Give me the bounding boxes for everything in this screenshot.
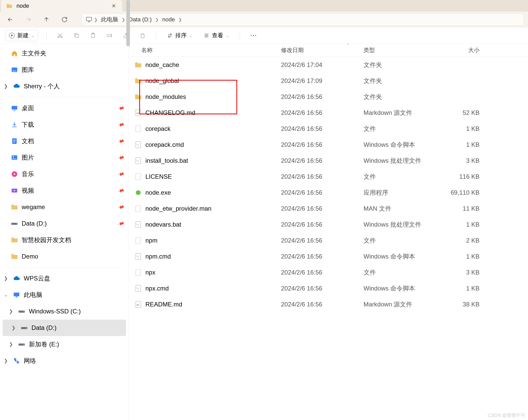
cut-button[interactable]	[55, 30, 65, 41]
back-button[interactable]	[4, 13, 16, 26]
address-bar[interactable]: ❯ 此电脑 ❯ Data (D:) ❯ node ❯	[81, 13, 524, 26]
new-button[interactable]: + 新建 ⌄	[5, 30, 38, 41]
column-date[interactable]: 修改日期	[281, 46, 364, 54]
tab-title: node	[16, 3, 29, 9]
file-icon	[135, 205, 142, 212]
svg-rect-30	[136, 158, 141, 164]
file-row[interactable]: npm 2024/2/6 16:56 文件 2 KB	[129, 233, 528, 248]
sidebar-item[interactable]: ⌄此电脑	[0, 287, 129, 303]
file-date: 2024/2/6 17:04	[281, 61, 364, 68]
file-type: Markdown 源文件	[364, 109, 433, 117]
sidebar-item[interactable]: 下载📌	[0, 116, 129, 133]
sidebar-item-label: WPS云盘	[24, 274, 50, 282]
file-name: npm.cmd	[145, 253, 171, 260]
breadcrumb-item[interactable]: node	[160, 16, 177, 23]
cmd-icon	[135, 221, 142, 228]
folder-icon	[135, 93, 142, 100]
sidebar-item[interactable]: 智慧校园开发文档	[0, 232, 129, 248]
network-icon	[13, 357, 20, 364]
sidebar-item[interactable]: 图库	[0, 62, 129, 78]
svg-point-11	[13, 156, 14, 157]
view-button[interactable]: 查看 ⌄	[201, 30, 232, 41]
scrollbar-thumb[interactable]	[126, 0, 130, 46]
file-date: 2024/2/6 16:56	[281, 93, 364, 100]
file-row[interactable]: npx 2024/2/6 16:56 文件 3 KB	[129, 264, 528, 280]
file-type: 文件	[364, 268, 433, 277]
file-row[interactable]: nodevars.bat 2024/2/6 16:56 Windows 批处理文…	[129, 217, 528, 233]
sidebar-item[interactable]: Data (D:)📌	[0, 215, 129, 232]
file-row[interactable]: node.exe 2024/2/6 16:56 应用程序 69,110 KB	[129, 185, 528, 201]
sidebar-item[interactable]: ❯Data (D:)	[3, 320, 126, 336]
file-row[interactable]: corepack 2024/2/6 16:56 文件 1 KB	[129, 121, 528, 137]
file-row[interactable]: node_etw_provider.man 2024/2/6 16:56 MAN…	[129, 201, 528, 217]
file-date: 2024/2/6 16:56	[281, 125, 364, 132]
sidebar-item-label: 音乐	[22, 170, 34, 178]
file-type: 应用程序	[364, 188, 433, 197]
file-size: 3 KB	[433, 269, 485, 276]
sidebar-item-label: Windows-SSD (C:)	[29, 308, 81, 315]
sidebar-item[interactable]: Demo	[0, 248, 129, 265]
file-name: node_modules	[145, 93, 186, 100]
tab-close-button[interactable]: ✕	[110, 2, 118, 10]
svg-point-21	[26, 328, 27, 329]
sidebar-item[interactable]: 音乐📌	[0, 166, 129, 182]
separator	[5, 97, 124, 97]
file-row[interactable]: npx.cmd 2024/2/6 16:56 Windows 命令脚本 1 KB	[129, 280, 528, 296]
music-icon	[11, 170, 18, 178]
up-button[interactable]	[40, 13, 53, 26]
sidebar-item[interactable]: ❯新加卷 (E:)	[0, 336, 129, 353]
file-name: corepack.cmd	[145, 141, 184, 148]
sidebar-item[interactable]: 文档📌	[0, 133, 129, 149]
file-row[interactable]: node_cache 2024/2/6 17:04 文件夹	[129, 57, 528, 73]
file-row[interactable]: M↓CHANGELOG.md 2024/2/6 16:56 Markdown 源…	[129, 105, 528, 121]
file-date: 2024/2/6 16:56	[281, 237, 364, 244]
sidebar-item[interactable]: ❯Sherry - 个人	[0, 78, 129, 95]
sidebar-item[interactable]: ❯Windows-SSD (C:)	[0, 303, 129, 320]
copy-button[interactable]	[71, 30, 82, 41]
file-row[interactable]: corepack.cmd 2024/2/6 16:56 Windows 命令脚本…	[129, 137, 528, 153]
breadcrumb-root[interactable]: 此电脑	[99, 16, 120, 23]
sidebar-item[interactable]: 图片📌	[0, 149, 129, 166]
svg-text:M↓: M↓	[137, 304, 140, 306]
column-type[interactable]: 类型	[364, 46, 433, 54]
file-name: corepack	[145, 125, 170, 132]
forward-button[interactable]	[22, 13, 35, 26]
column-size[interactable]: 大小	[433, 46, 485, 54]
svg-point-1	[58, 36, 59, 38]
sidebar-item[interactable]: ❯WPS云盘	[0, 270, 129, 287]
home-icon	[11, 50, 18, 57]
sort-button[interactable]: 排序 ⌄	[164, 30, 195, 41]
sidebar-item[interactable]: 桌面📌	[0, 100, 129, 116]
delete-button[interactable]	[137, 30, 148, 41]
file-row[interactable]: node_modules 2024/2/6 16:56 文件夹	[129, 89, 528, 105]
sidebar-item[interactable]: 视频📌	[0, 182, 129, 199]
rename-button[interactable]	[104, 30, 115, 41]
file-row[interactable]: M↓README.md 2024/2/6 16:56 Markdown 源文件 …	[129, 296, 528, 312]
pin-icon: 📌	[117, 203, 125, 211]
pin-icon: 📌	[117, 220, 125, 227]
separator	[156, 31, 156, 40]
file-row[interactable]: npm.cmd 2024/2/6 16:56 Windows 命令脚本 1 KB	[129, 248, 528, 264]
file-row[interactable]: LICENSE 2024/2/6 16:56 文件 116 KB	[129, 169, 528, 185]
breadcrumb-item[interactable]: Data (D:)	[127, 16, 154, 23]
svg-rect-25	[17, 362, 19, 363]
chevron-right-icon: ❯	[122, 17, 125, 22]
tab-active[interactable]: node ✕	[1, 0, 122, 12]
sidebar-item[interactable]: wegame📌	[0, 199, 129, 215]
drive-icon	[18, 341, 25, 348]
more-button[interactable]: ⋯	[248, 30, 259, 41]
file-date: 2024/2/6 16:56	[281, 205, 364, 212]
sidebar-item[interactable]: 主文件夹	[0, 45, 129, 62]
column-name[interactable]: 名称	[129, 46, 281, 54]
drive-icon	[11, 220, 18, 227]
paste-button[interactable]	[88, 30, 98, 41]
file-name: npx	[145, 269, 155, 276]
sidebar-item[interactable]: ❯网络	[0, 353, 129, 369]
monitor-icon	[85, 16, 93, 23]
sidebar-item-label: wegame	[22, 203, 45, 211]
file-size: 11 KB	[433, 205, 485, 212]
file-row[interactable]: install_tools.bat 2024/2/6 16:56 Windows…	[129, 153, 528, 169]
refresh-button[interactable]	[58, 13, 71, 26]
file-type: MAN 文件	[364, 204, 433, 213]
file-row[interactable]: node_global 2024/2/6 17:09 文件夹	[129, 73, 528, 89]
